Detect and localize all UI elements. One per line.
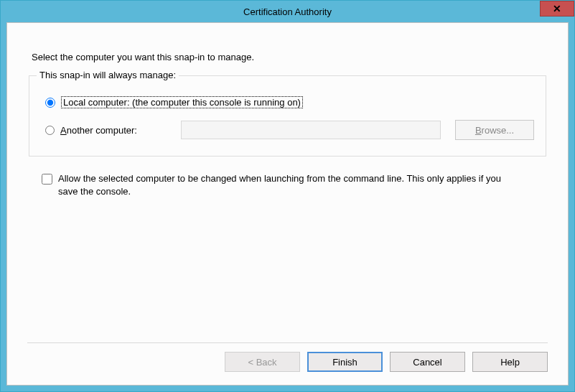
button-row: < Back Finish Cancel Help xyxy=(27,352,548,372)
another-computer-field[interactable] xyxy=(181,121,441,139)
help-button[interactable]: Help xyxy=(472,352,548,372)
client-area: Select the computer you want this snap-i… xyxy=(6,22,569,386)
radio-local-input[interactable] xyxy=(45,98,55,108)
radio-another-computer[interactable]: Another computer: xyxy=(45,125,175,136)
title-bar: Certification Authority ✕ xyxy=(1,1,574,22)
radio-another-input[interactable] xyxy=(45,126,55,135)
instruction-text: Select the computer you want this snap-i… xyxy=(32,52,548,62)
allow-change-checkbox[interactable] xyxy=(42,174,52,185)
groupbox-legend: This snap-in will always manage: xyxy=(37,70,179,80)
spacer xyxy=(27,198,548,342)
allow-change-label: Allow the selected computer to be change… xyxy=(58,172,518,198)
window-title: Certification Authority xyxy=(1,6,574,17)
radio-another-label: Another computer: xyxy=(60,125,175,136)
allow-change-checkbox-row[interactable]: Allow the selected computer to be change… xyxy=(42,172,548,198)
back-button[interactable]: < Back xyxy=(225,352,300,372)
close-button[interactable]: ✕ xyxy=(540,1,574,17)
manage-groupbox: This snap-in will always manage: Local c… xyxy=(29,75,546,157)
dialog-window: Certification Authority ✕ Select the com… xyxy=(0,0,575,392)
close-icon: ✕ xyxy=(553,3,561,14)
finish-button[interactable]: Finish xyxy=(307,352,383,372)
cancel-button[interactable]: Cancel xyxy=(390,352,465,372)
radio-local-label: Local computer: (the computer this conso… xyxy=(61,96,303,108)
browse-button[interactable]: Browse... xyxy=(455,120,534,140)
separator xyxy=(27,342,548,343)
radio-local-computer[interactable]: Local computer: (the computer this conso… xyxy=(45,96,534,108)
